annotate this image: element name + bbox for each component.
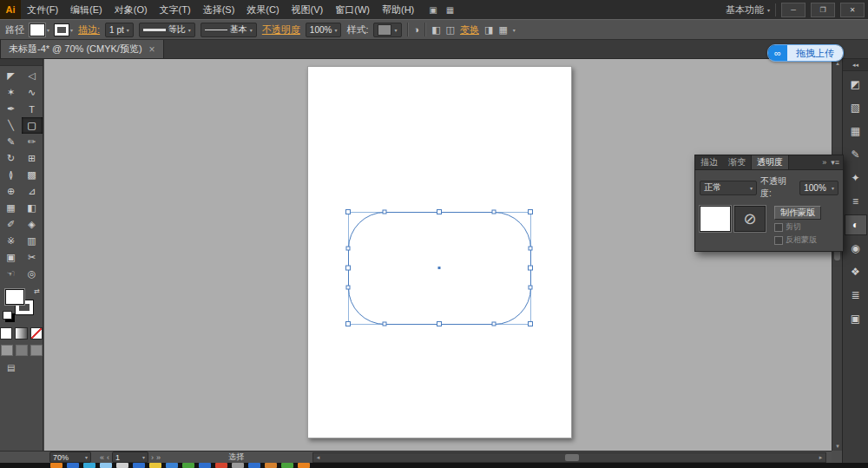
panel-menu-icon[interactable]: ▾≡ [831,158,839,167]
swap-fill-stroke-icon[interactable]: ⇄ [34,287,40,295]
menu-window[interactable]: 窗口(W) [329,0,376,19]
pencil-tool[interactable]: ✏ [22,134,43,150]
draw-normal-mode-icon[interactable] [1,345,13,356]
shape-builder-tool[interactable]: ⊕ [1,183,22,200]
brushes-panel-icon[interactable]: ✎ [845,144,867,165]
taskbar-app-icon[interactable] [133,463,145,468]
expand-dock-icon[interactable]: ◂◂ [843,59,868,71]
type-tool[interactable]: T [22,101,43,117]
minimize-button[interactable]: ─ [781,3,806,17]
align-objects-icon[interactable]: ◧ [431,24,440,36]
tool-panel-header[interactable] [0,59,43,66]
menu-type[interactable]: 文字(T) [154,0,197,19]
menu-select[interactable]: 选择(S) [197,0,241,19]
prev-artboard-icon[interactable]: ‹ [107,453,109,462]
panel-opacity-combo[interactable]: 100% ▾ [799,181,838,195]
eyedropper-tool[interactable]: ✐ [1,216,22,233]
clip-checkbox[interactable]: 剪切 [774,221,821,233]
close-tab-icon[interactable]: × [149,43,155,56]
canvas-area[interactable] [44,59,832,451]
blend-mode-combo[interactable]: 正常 ▾ [700,181,757,195]
taskbar-app-icon[interactable] [199,463,211,468]
close-button[interactable]: ✕ [840,3,865,17]
drag-upload-button[interactable]: ∞ 拖拽上传 [767,44,844,62]
draw-behind-mode-icon[interactable] [16,345,28,356]
invert-mask-checkbox[interactable]: 反相蒙版 [774,234,821,246]
paintbrush-tool[interactable]: ✎ [1,134,22,150]
taskbar-app-icon[interactable] [281,463,293,468]
gradient-tool[interactable]: ◧ [22,200,43,216]
taskbar-app-icon[interactable] [100,463,112,468]
color-button[interactable] [0,327,12,339]
hand-tool[interactable]: ☜ [1,266,22,282]
stroke-link[interactable]: 描边: [78,23,100,36]
rounded-rectangle-tool[interactable]: ▢ [22,117,43,134]
arrange-documents-icon[interactable]: ▦ [446,5,454,15]
more-options-icon[interactable]: ▦ [498,24,507,36]
artboard-number-combo[interactable]: 1 ▾ [112,452,148,463]
direct-selection-tool[interactable]: ◁ [22,68,43,84]
style-combo[interactable]: ▾ [373,23,401,37]
menu-help[interactable]: 帮助(H) [376,0,420,19]
lasso-tool[interactable]: ∿ [22,84,43,101]
blend-tool[interactable]: ◈ [22,216,43,233]
next-artboard-icon[interactable]: › [151,453,154,462]
menu-file[interactable]: 文件(F) [21,0,64,19]
horizontal-scroll-thumb[interactable] [565,454,579,461]
taskbar-app-icon[interactable] [149,463,161,468]
horizontal-scrollbar[interactable]: ◂ ▸ [312,452,826,463]
menu-edit[interactable]: 编辑(E) [64,0,108,19]
layers-panel-icon[interactable]: ≣ [845,285,867,306]
symbols-panel-icon[interactable]: ✦ [845,168,867,188]
graphic-styles-panel-icon[interactable]: ❖ [845,261,867,282]
menu-object[interactable]: 对象(O) [108,0,154,19]
opacity-link[interactable]: 不透明度 [262,23,300,36]
default-fill-stroke-icon[interactable] [3,311,12,320]
bridge-icon[interactable]: ▣ [429,5,437,15]
tab-stroke[interactable]: 描边 [695,155,723,169]
transparency-panel-icon[interactable]: ◐ [845,214,867,235]
opacity-combo[interactable]: 100% ▾ [306,23,342,37]
line-segment-tool[interactable]: ╲ [1,117,22,134]
app-logo[interactable]: Ai [0,0,21,19]
symbol-sprayer-tool[interactable]: ※ [1,233,22,249]
taskbar-app-icon[interactable] [83,463,95,468]
scroll-left-icon[interactable]: ◂ [313,453,323,462]
artboards-panel-icon[interactable]: ▣ [845,308,867,329]
menu-view[interactable]: 视图(V) [286,0,330,19]
artboard-tool[interactable]: ▣ [1,249,22,266]
first-artboard-icon[interactable]: « [100,453,104,462]
none-button[interactable] [30,327,43,339]
taskbar-app-icon[interactable] [215,463,227,468]
taskbar-app-icon[interactable] [116,463,128,468]
swatches-panel-icon[interactable]: ▦ [845,121,867,142]
taskbar-app-icon[interactable] [298,463,310,468]
taskbar-app-icon[interactable] [265,463,277,468]
appearance-panel-icon[interactable]: ◉ [845,238,867,259]
rotate-tool[interactable]: ↻ [1,150,22,167]
tab-transparency[interactable]: 透明度 [751,155,789,169]
color-panel-icon[interactable]: ◩ [845,74,867,95]
width-profile-combo[interactable]: 等比 ▾ [139,23,195,37]
recolor-artwork-icon[interactable]: ◑ [414,24,420,35]
mesh-tool[interactable]: ▦ [1,200,22,216]
draw-inside-mode-icon[interactable] [30,345,43,356]
stroke-panel-icon[interactable]: ≡ [845,191,867,212]
perspective-grid-tool[interactable]: ⊿ [22,183,43,200]
vertical-scrollbar[interactable]: ▴ ▾ [832,59,842,451]
document-tab[interactable]: 未标题-4* @ 70% (CMYK/预览) × [0,40,164,58]
shape-options-icon[interactable]: ◨ [484,24,493,36]
distribute-objects-icon[interactable]: ◫ [446,24,455,36]
zoom-tool[interactable]: ◎ [22,266,43,282]
pen-tool[interactable]: ✒ [1,101,22,117]
fill-color-indicator[interactable] [5,289,24,305]
selection-tool[interactable]: ◤ [1,68,22,84]
gradient-button[interactable] [15,327,27,339]
selected-rounded-rectangle[interactable] [308,67,571,438]
zoom-level-combo[interactable]: 70% ▾ [49,452,91,463]
taskbar-app-icon[interactable] [232,463,244,468]
mask-thumbnail[interactable]: ⊘ [734,206,766,232]
menu-effect[interactable]: 效果(C) [240,0,285,19]
magic-wand-tool[interactable]: ✶ [1,84,22,101]
scale-tool[interactable]: ⊞ [22,150,43,167]
